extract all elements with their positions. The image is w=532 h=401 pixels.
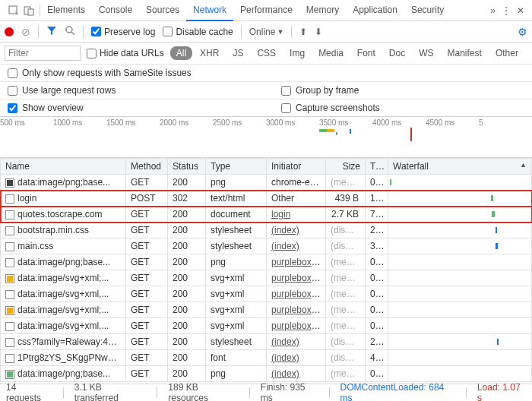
timeline-tick: 4500 ms xyxy=(426,118,479,127)
initiator-link[interactable]: purplebox.js:16 xyxy=(271,289,326,299)
throttle-select[interactable]: Online ▼ xyxy=(249,27,284,37)
filter-chip-other[interactable]: Other xyxy=(489,46,524,60)
filter-chip-doc[interactable]: Doc xyxy=(383,46,411,60)
table-row[interactable]: css?family=Raleway:400,700GET200styleshe… xyxy=(1,334,532,350)
table-row[interactable]: 1Ptrg8zYS_SKggPNwJYtW...GET200font(index… xyxy=(1,350,532,366)
column-header-ti[interactable]: Ti... xyxy=(366,159,388,175)
filter-chip-media[interactable]: Media xyxy=(312,46,350,60)
tab-performance[interactable]: Performance xyxy=(233,0,299,21)
hide-data-urls-input[interactable] xyxy=(87,49,97,58)
filter-input[interactable] xyxy=(5,46,81,61)
filter-chip-css[interactable]: CSS xyxy=(251,46,282,60)
more-tabs-icon[interactable]: » xyxy=(490,5,496,16)
tab-application[interactable]: Application xyxy=(346,0,404,21)
column-header-waterfall[interactable]: Waterfall xyxy=(388,159,532,175)
tab-elements[interactable]: Elements xyxy=(40,0,92,21)
table-row[interactable]: quotes.toscrape.comGET200documentlogin2.… xyxy=(1,207,532,223)
upload-icon[interactable]: ⬆ xyxy=(299,27,307,37)
initiator-link[interactable]: (index) xyxy=(271,368,299,379)
initiator-link[interactable]: (index) xyxy=(271,241,299,251)
initiator-link[interactable]: purplebox.js:16 xyxy=(271,320,326,331)
initiator-link[interactable]: (index) xyxy=(271,225,299,235)
cell-initiator: purplebox.js:16 xyxy=(267,286,326,302)
table-row[interactable]: bootstrap.min.cssGET200stylesheet(index)… xyxy=(1,223,532,238)
tab-memory[interactable]: Memory xyxy=(299,0,346,21)
close-devtools-icon[interactable]: ✕ xyxy=(517,5,524,16)
hide-data-urls-checkbox[interactable]: Hide data URLs xyxy=(87,48,164,58)
table-row[interactable]: main.cssGET200stylesheet(index)(disk c..… xyxy=(1,238,532,254)
kebab-menu-icon[interactable]: ⋮ xyxy=(502,5,511,16)
initiator-link[interactable]: purplebox.js:16 xyxy=(271,273,326,283)
tab-console[interactable]: Console xyxy=(92,0,139,21)
filter-chip-font[interactable]: Font xyxy=(351,46,382,60)
options-row: Only show requests with SameSite issues xyxy=(0,65,532,82)
filter-chip-js[interactable]: JS xyxy=(226,46,249,60)
filter-chip-ws[interactable]: WS xyxy=(413,46,439,60)
option-checkbox[interactable]: Only show requests with SameSite issues xyxy=(8,68,524,78)
column-header-method[interactable]: Method xyxy=(126,159,168,175)
record-button[interactable] xyxy=(5,27,14,36)
tab-sources[interactable]: Sources xyxy=(139,0,186,21)
clear-button[interactable]: ⊘ xyxy=(21,26,30,38)
tab-security[interactable]: Security xyxy=(404,0,451,21)
download-icon[interactable]: ⬇ xyxy=(315,27,322,37)
option-input[interactable] xyxy=(8,103,17,113)
option-input[interactable] xyxy=(8,86,17,96)
cell-method: GET xyxy=(126,366,168,382)
timeline-dcl-line xyxy=(350,129,354,134)
option-input[interactable] xyxy=(281,86,291,96)
filter-chip-xhr[interactable]: XHR xyxy=(194,46,225,60)
option-checkbox[interactable]: Show overview xyxy=(8,103,251,113)
table-row[interactable]: loginPOST302text/htmlOther439 B13... xyxy=(1,191,532,207)
cell-status: 200 xyxy=(168,366,206,382)
tab-network[interactable]: Network xyxy=(186,0,233,21)
table-row[interactable]: data:image/svg+xml,...GET200svg+xmlpurpl… xyxy=(1,318,532,334)
column-header-size[interactable]: Size xyxy=(326,159,366,175)
device-toolbar-icon[interactable] xyxy=(23,5,35,17)
cell-size: (memo... xyxy=(326,318,366,334)
column-header-initiator[interactable]: Initiator xyxy=(267,159,326,175)
table-row[interactable]: data:image/svg+xml;...GET200svg+xmlpurpl… xyxy=(1,270,532,286)
initiator-link[interactable]: (index) xyxy=(271,336,299,347)
option-checkbox[interactable]: Capture screenshots xyxy=(281,103,524,113)
cell-waterfall xyxy=(388,223,532,238)
column-header-status[interactable]: Status xyxy=(168,159,206,175)
file-icon xyxy=(5,178,14,188)
initiator-link[interactable]: purplebox.js:16 xyxy=(271,305,326,315)
table-row[interactable]: data:image/png;base...GET200pngchrome-ex… xyxy=(1,175,532,191)
cell-method: GET xyxy=(126,318,168,334)
table-row[interactable]: data:image/png;base...GET200pngpurplebox… xyxy=(1,254,532,270)
initiator-link[interactable]: purplebox.js:16 xyxy=(271,257,326,267)
search-icon[interactable] xyxy=(65,25,75,38)
settings-gear-icon[interactable]: ⚙ xyxy=(518,26,527,38)
table-row[interactable]: data:image/svg+xml;...GET200svg+xmlpurpl… xyxy=(1,302,532,318)
option-input[interactable] xyxy=(281,103,291,113)
hide-data-urls-label: Hide data URLs xyxy=(100,48,164,58)
column-header-name[interactable]: Name xyxy=(1,159,126,175)
filter-toggle-icon[interactable] xyxy=(46,25,57,38)
filter-chip-all[interactable]: All xyxy=(170,46,192,60)
name-text: 1Ptrg8zYS_SKggPNwJYtW... xyxy=(17,352,126,363)
chevron-down-icon: ▼ xyxy=(277,28,283,36)
filter-chip-img[interactable]: Img xyxy=(283,46,311,60)
column-header-type[interactable]: Type xyxy=(206,159,267,175)
filter-chip-manifest[interactable]: Manifest xyxy=(442,46,488,60)
inspect-element-icon[interactable] xyxy=(8,5,20,17)
timeline-overview[interactable]: 500 ms1000 ms1500 ms2000 ms2500 ms3000 m… xyxy=(0,117,532,158)
cell-time: 0 ... xyxy=(366,175,388,191)
cell-method: GET xyxy=(126,350,168,366)
option-checkbox[interactable]: Use large request rows xyxy=(8,85,251,96)
preserve-log-input[interactable] xyxy=(91,27,101,36)
options-row: Show overviewCapture screenshots xyxy=(0,99,532,117)
inspect-device-icons xyxy=(3,5,40,17)
table-row[interactable]: data:image/svg+xml,...GET200svg+xmlpurpl… xyxy=(1,286,532,302)
option-input[interactable] xyxy=(8,68,17,78)
table-row[interactable]: data:image/png;base...GET200png(index)(m… xyxy=(1,366,532,382)
initiator-link[interactable]: login xyxy=(271,209,290,219)
option-checkbox[interactable]: Group by frame xyxy=(281,85,524,96)
initiator-link[interactable]: (index) xyxy=(271,352,299,363)
disable-cache-checkbox[interactable]: Disable cache xyxy=(163,27,233,37)
preserve-log-checkbox[interactable]: Preserve log xyxy=(91,27,155,37)
divider xyxy=(241,26,242,38)
disable-cache-input[interactable] xyxy=(163,27,173,36)
